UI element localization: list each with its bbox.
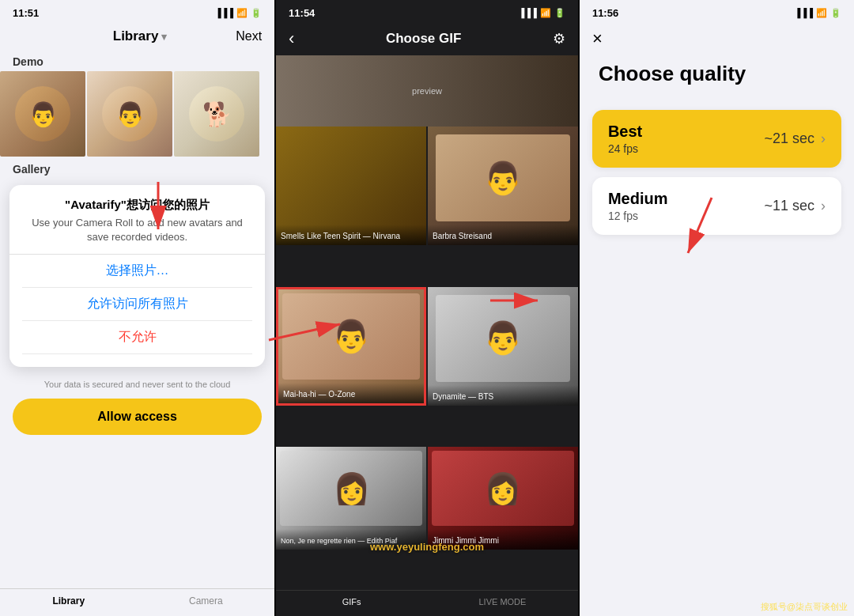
quality-best-info: Best 24 fps [608,123,642,155]
gif-cell-bts[interactable]: 👨 Dynamite — BTS [428,287,578,406]
signal-icon: ▐▐▐ [215,8,233,17]
gif-grid: Smells Like Teen Spirit — Nirvana 👨 Barb… [276,127,578,590]
allow-access-button[interactable]: Allow access [13,399,262,435]
nav-camera[interactable]: Camera [138,595,275,607]
quality-medium-right: ~11 sec › [764,198,826,214]
source-label: 搜狐号@柒点哥谈创业 [761,601,848,613]
gif-title: Choose GIF [386,31,461,47]
quality-best-card[interactable]: Best 24 fps ~21 sec › [592,110,841,168]
allow-all-photos-option[interactable]: 允许访问所有照片 [22,288,252,321]
wifi-icon: 📶 [236,8,248,18]
demo-photos-grid: 👨 👨 🐕 [0,71,274,158]
panel-gif: 11:54 ▐▐▐ 📶 🔋 ‹ Choose GIF ⚙ preview Sme… [276,0,578,616]
panel-library: 11:51 ▐▐▐ 📶 🔋 Library ▾ Next Demo 👨 👨 🐕 … [0,0,274,616]
back-button[interactable]: ‹ [289,28,294,49]
time-1: 11:51 [13,7,39,19]
deny-option[interactable]: 不允许 [22,321,252,354]
status-icons-2: ▐▐▐ 📶 🔋 [519,8,565,18]
quality-medium-fps: 12 fps [608,210,668,222]
select-photos-option[interactable]: 选择照片… [22,255,252,288]
nav-live-mode[interactable]: LIVE MODE [427,597,578,607]
nav-library[interactable]: Library [0,595,138,607]
time-3: 11:56 [592,7,618,19]
quality-best-time: ~21 sec [764,130,814,147]
secured-text: Your data is secured and never sent to t… [0,373,274,392]
next-button[interactable]: Next [236,29,262,43]
signal-icon-2: ▐▐▐ [519,8,537,17]
chevron-right-best-icon: › [821,130,826,147]
perm-desc: Use your Camera Roll to add new avatars … [22,216,252,244]
wifi-icon-3: 📶 [816,8,827,18]
demo-label: Demo [0,51,274,71]
panel-quality: 11:56 ▐▐▐ 📶 🔋 × Choose quality Best 24 f… [580,0,854,616]
status-bar-2: 11:54 ▐▐▐ 📶 🔋 [276,0,578,25]
bottom-nav-library: Library Camera [0,588,274,616]
settings-icon[interactable]: ⚙ [553,30,565,47]
quality-best-name: Best [608,123,642,141]
library-header: Library ▾ Next [0,25,274,51]
photo-dog[interactable]: 🐕 [174,71,259,157]
gif-label-bts: Dynamite — BTS [433,392,493,401]
gif-cell-edith[interactable]: 👩 Non, Je ne regrette rien — Edith Piaf [276,447,426,550]
battery-icon: 🔋 [251,8,262,18]
time-2: 11:54 [289,7,315,19]
gif-cell-will[interactable]: 👨 Barbra Streisand [428,127,578,245]
nav-gifs[interactable]: GIFs [276,597,427,607]
gif-preview-strip: preview [276,55,578,127]
quality-best-fps: 24 fps [608,142,642,155]
wifi-icon-2: 📶 [540,8,551,18]
photo-elon[interactable]: 👨 [87,71,172,157]
status-icons-1: ▐▐▐ 📶 🔋 [215,8,262,18]
library-title[interactable]: Library ▾ [113,28,168,44]
photo-jackie[interactable]: 👨 [0,71,85,157]
perm-title: "Avatarify"想访问您的照片 [22,198,252,213]
gif-cell-brad[interactable]: 👨 Mai-ha-hi — O-Zone [276,287,426,406]
status-icons-3: ▐▐▐ 📶 🔋 [795,8,841,18]
status-bar-1: 11:51 ▐▐▐ 📶 🔋 [0,0,274,25]
quality-medium-time: ~11 sec [764,198,814,214]
gif-label-nirvana: Smells Like Teen Spirit — Nirvana [281,232,400,240]
chevron-right-medium-icon: › [821,198,826,214]
quality-medium-name: Medium [608,190,668,208]
signal-icon-3: ▐▐▐ [795,8,813,17]
gif-cell-nirvana[interactable]: Smells Like Teen Spirit — Nirvana [276,127,426,245]
chevron-down-icon: ▾ [161,31,167,43]
quality-medium-card[interactable]: Medium 12 fps ~11 sec › [592,177,841,235]
gif-bottom-nav: GIFs LIVE MODE [276,590,578,616]
permission-dialog: "Avatarify"想访问您的照片 Use your Camera Roll … [9,185,265,367]
gif-header: ‹ Choose GIF ⚙ [276,25,578,55]
close-button[interactable]: × [580,25,854,55]
quality-medium-info: Medium 12 fps [608,190,668,222]
watermark: www.yeyulingfeng.com [370,541,484,553]
gif-cell-jimmi[interactable]: 👩 Jimmi Jimmi Jimmi [428,447,578,550]
gif-label-will: Barbra Streisand [433,232,492,240]
gif-label-brad: Mai-ha-hi — O-Zone [283,390,355,399]
status-bar-3: 11:56 ▐▐▐ 📶 🔋 [580,0,854,25]
battery-icon-3: 🔋 [830,8,841,18]
gallery-label: Gallery [0,158,274,179]
battery-icon-2: 🔋 [554,8,565,18]
quality-best-right: ~21 sec › [764,130,826,147]
quality-title: Choose quality [580,55,854,105]
